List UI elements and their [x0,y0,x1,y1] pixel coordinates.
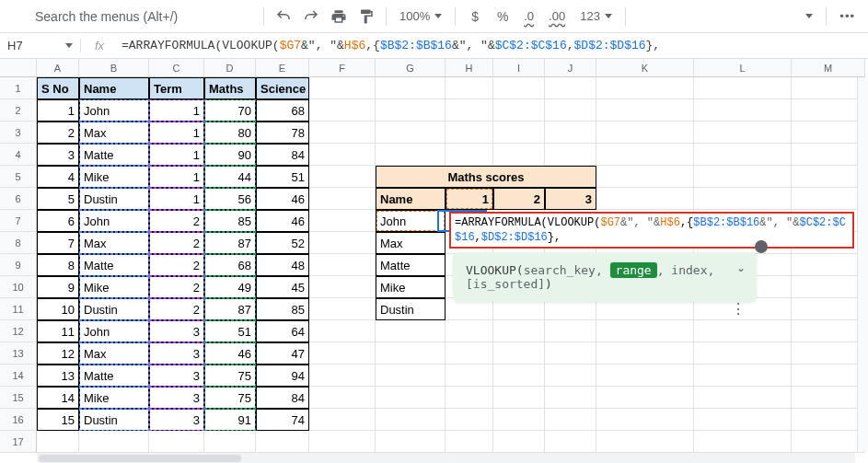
horizontal-scrollbar[interactable] [37,452,855,463]
cell[interactable] [446,342,493,365]
cell[interactable]: 78 [256,122,309,144]
cell[interactable] [596,431,694,453]
cell[interactable] [596,342,694,365]
col-header-E[interactable]: E [256,59,309,77]
cell[interactable] [376,144,446,166]
cell[interactable] [792,144,865,166]
formula-input[interactable]: =ARRAYFORMULA(VLOOKUP($G7&", "&H$6,{$B$2… [118,39,868,52]
cell[interactable]: 1 [149,188,204,210]
cell[interactable]: 1 [37,99,79,122]
cell[interactable]: 6 [37,210,79,232]
col-header-J[interactable]: J [545,59,596,77]
cell[interactable] [792,254,865,276]
cell[interactable] [694,122,792,144]
cell[interactable]: Name [79,77,149,99]
cell[interactable] [596,387,694,409]
cell[interactable] [204,431,256,453]
cell[interactable]: Dustin [79,409,149,431]
percent-button[interactable]: % [491,5,515,29]
cell[interactable] [694,320,792,342]
col-header-D[interactable]: D [204,59,256,77]
col-header-C[interactable]: C [149,59,204,77]
cell[interactable] [309,276,376,298]
cell[interactable]: 2 [149,298,204,320]
cell[interactable]: 8 [37,254,79,276]
cell[interactable] [596,144,694,166]
cell[interactable] [792,99,865,122]
cell[interactable]: 64 [256,320,309,342]
cell[interactable]: 13 [37,365,79,387]
cell[interactable]: 48 [256,254,309,276]
cell[interactable]: 85 [256,298,309,320]
cell[interactable] [596,320,694,342]
cell[interactable]: 4 [37,166,79,188]
cell[interactable]: 56 [204,188,256,210]
cell[interactable]: Matte [79,254,149,276]
cell[interactable] [694,387,792,409]
hint-menu-icon[interactable]: ⋮ [731,300,746,318]
cell[interactable] [376,431,446,453]
cell[interactable]: 47 [256,342,309,365]
cell[interactable] [792,320,865,342]
cell[interactable]: 49 [204,276,256,298]
row-header-12[interactable]: 12 [0,320,37,342]
cell[interactable]: John [79,210,149,232]
cell[interactable] [309,210,376,232]
cell[interactable]: Mike [79,276,149,298]
row-header-5[interactable]: 5 [0,166,37,188]
more-toolbar[interactable]: ••• [834,9,861,23]
cell[interactable] [446,431,493,453]
cell[interactable] [309,188,376,210]
cell[interactable]: John [79,99,149,122]
cell[interactable] [493,144,545,166]
cell[interactable]: 9 [37,276,79,298]
cell[interactable] [309,122,376,144]
cell[interactable]: 74 [256,409,309,431]
col-header-L[interactable]: L [694,59,792,77]
col-header-K[interactable]: K [596,59,694,77]
cell[interactable]: Dustin [376,298,446,320]
col-header-B[interactable]: B [79,59,149,77]
cell[interactable]: 3 [149,409,204,431]
cell[interactable]: 1 [149,144,204,166]
dec-increase[interactable]: .00 [543,9,571,23]
cell[interactable] [792,188,865,210]
cell[interactable]: 1 [149,99,204,122]
cell[interactable] [376,387,446,409]
cell[interactable]: 91 [204,409,256,431]
col-header-A[interactable]: A [37,59,79,77]
cell[interactable] [545,387,596,409]
col-header-H[interactable]: H [446,59,493,77]
cell[interactable]: 75 [204,365,256,387]
cell[interactable]: 46 [204,342,256,365]
cell[interactable]: 68 [256,99,309,122]
cell[interactable]: 1 [149,122,204,144]
row-header-10[interactable]: 10 [0,276,37,298]
cell[interactable]: Max [79,122,149,144]
cell[interactable]: 52 [256,232,309,254]
cell[interactable] [792,276,865,298]
cell[interactable] [493,409,545,431]
col-header-M[interactable]: M [792,59,865,77]
lookup-title[interactable]: Maths scores [376,166,596,188]
cell[interactable] [694,144,792,166]
cell[interactable] [596,409,694,431]
cell[interactable]: Dustin [79,188,149,210]
cell[interactable]: 75 [204,387,256,409]
cell[interactable] [596,188,694,210]
row-header-6[interactable]: 6 [0,188,37,210]
cell[interactable] [376,409,446,431]
cell[interactable] [545,99,596,122]
cell[interactable] [446,77,493,99]
cell[interactable] [309,166,376,188]
cell[interactable]: 12 [37,342,79,365]
cell[interactable] [493,342,545,365]
cell[interactable]: 7 [37,232,79,254]
cell[interactable] [596,99,694,122]
spreadsheet-grid[interactable]: ABCDEFGHIJKLM 1234567891011121314151617 … [0,59,868,463]
cell[interactable] [309,431,376,453]
cell[interactable]: 46 [256,188,309,210]
cell[interactable]: Name [376,188,446,210]
cell[interactable]: Term [149,77,204,99]
cell[interactable] [694,99,792,122]
